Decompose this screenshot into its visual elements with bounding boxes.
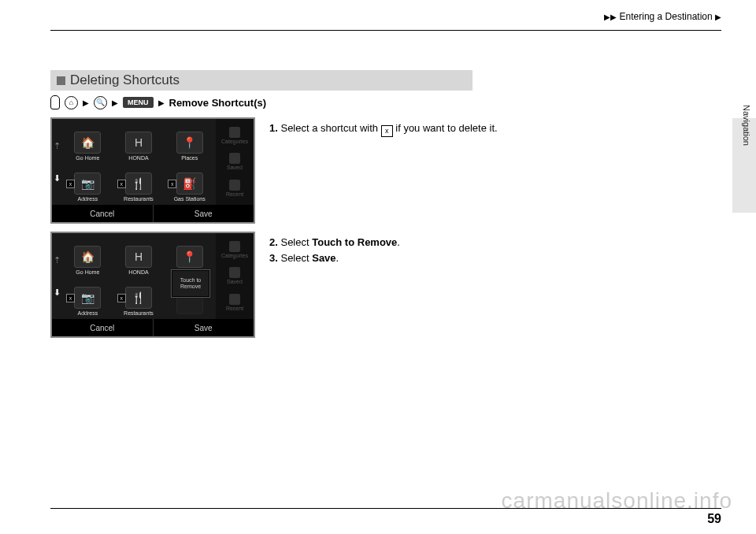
- arrow-icon: ▶: [83, 98, 89, 107]
- side-label: Categories: [221, 253, 248, 258]
- section-title-text: Deleting Shortcuts: [70, 72, 180, 88]
- tile-honda[interactable]: HHONDA: [114, 122, 164, 161]
- shortcut-grid: 🏠Go Home HHONDA 📍Places x📷Address x🍴Rest…: [61, 119, 216, 205]
- side-recent[interactable]: Recent: [226, 294, 243, 311]
- tile-restaurants[interactable]: x🍴Restaurants: [114, 278, 164, 317]
- content-area: Deleting Shortcuts ⌂ ▶ 🔍 ▶ MENU ▶ Remove…: [50, 70, 712, 338]
- side-categories[interactable]: Categories: [221, 127, 248, 144]
- step-text: .: [336, 252, 339, 264]
- screenshot-1: ⇡ ⬇ 🏠Go Home HHONDA 📍Places x📷Address x🍴…: [50, 117, 255, 224]
- tile-places[interactable]: 📍Places: [165, 236, 214, 275]
- step-text: Select: [280, 252, 312, 264]
- side-recent[interactable]: Recent: [226, 180, 243, 197]
- side-menu: Categories Saved Recent: [216, 119, 254, 205]
- up-arrow-icon: ⇡: [54, 141, 61, 151]
- breadcrumb-text: Entering a Destination: [620, 11, 713, 22]
- arrow-icon: ▶: [158, 98, 165, 107]
- tile-label: Places: [181, 155, 198, 161]
- up-arrow-icon: ⇡: [54, 255, 61, 265]
- step-row-2: ⇡ ⬇ 🏠Go Home HHONDA 📍Places x📷Address x🍴…: [50, 232, 712, 338]
- side-menu: Categories Saved Recent: [216, 233, 254, 319]
- instruction-path: ⌂ ▶ 🔍 ▶ MENU ▶ Remove Shortcut(s): [50, 95, 712, 109]
- step-text: if you want to delete it.: [395, 122, 497, 134]
- down-arrow-icon: ⬇: [54, 173, 61, 184]
- search-icon: 🔍: [94, 96, 107, 109]
- cancel-button[interactable]: Cancel: [52, 319, 154, 336]
- tile-address[interactable]: x📷Address: [63, 164, 113, 202]
- tile-go-home[interactable]: 🏠Go Home: [63, 122, 113, 161]
- screenshot-footer: Cancel Save: [52, 319, 254, 336]
- nav-icon: ⌂: [65, 96, 78, 109]
- side-saved[interactable]: Saved: [227, 267, 243, 284]
- step-row-1: ⇡ ⬇ 🏠Go Home HHONDA 📍Places x📷Address x🍴…: [50, 117, 712, 224]
- save-button[interactable]: Save: [154, 319, 254, 336]
- step-bold: Touch to Remove: [312, 236, 397, 248]
- screenshot-2: ⇡ ⬇ 🏠Go Home HHONDA 📍Places x📷Address x🍴…: [50, 232, 255, 338]
- side-label: Recent: [226, 191, 243, 197]
- tile-label: Restaurants: [124, 310, 154, 316]
- header-divider: [50, 30, 721, 31]
- tile-go-home[interactable]: 🏠Go Home: [63, 236, 113, 275]
- page-number: 59: [707, 512, 721, 526]
- scroll-arrows: ⇡ ⬇: [52, 119, 61, 205]
- step-number: 2.: [269, 236, 278, 248]
- tile-places[interactable]: 📍Places: [165, 122, 214, 161]
- tile-address[interactable]: x📷Address: [63, 278, 113, 317]
- touch-to-remove-popup[interactable]: Touch to Remove: [172, 270, 209, 297]
- tile-label: Go Home: [76, 269, 99, 275]
- side-label: Categories: [221, 139, 248, 144]
- step-text: .: [397, 236, 400, 248]
- side-label: Recent: [226, 306, 243, 311]
- step-text: Select a shortcut with: [280, 122, 380, 134]
- tile-label: Go Home: [76, 155, 99, 161]
- step-text: Select: [280, 236, 312, 248]
- step-3: 3. Select Save.: [269, 250, 712, 266]
- header-breadcrumb: ▶▶ Entering a Destination ▶: [604, 11, 721, 22]
- down-arrow-icon: ⬇: [54, 287, 61, 298]
- section-title: Deleting Shortcuts: [50, 70, 472, 91]
- action-label: Remove Shortcut(s): [169, 97, 267, 109]
- screenshot-body: ⇡ ⬇ 🏠Go Home HHONDA 📍Places x📷Address x🍴…: [52, 233, 254, 319]
- breadcrumb-suffix: ▶: [715, 13, 721, 21]
- step-1-text: 1. Select a shortcut with x if you want …: [269, 117, 712, 224]
- step-bold: Save: [312, 252, 335, 264]
- tile-restaurants[interactable]: x🍴Restaurants: [114, 164, 164, 202]
- tile-label: Gas Stations: [174, 196, 206, 202]
- screenshot-footer: Cancel Save: [52, 205, 254, 222]
- side-label: Saved: [227, 279, 243, 284]
- arrow-icon: ▶: [112, 98, 118, 107]
- menu-button-icon: MENU: [123, 97, 154, 108]
- side-label: Saved: [227, 165, 243, 170]
- voice-icon: [50, 95, 60, 109]
- tile-label: Address: [77, 310, 98, 316]
- breadcrumb-prefix: ▶▶: [604, 13, 617, 21]
- scroll-arrows: ⇡ ⬇: [52, 233, 61, 319]
- step-2: 2. Select Touch to Remove.: [269, 235, 712, 250]
- section-bullet-icon: [57, 76, 65, 85]
- tile-label: HONDA: [128, 269, 148, 275]
- screenshot-body: ⇡ ⬇ 🏠Go Home HHONDA 📍Places x📷Address x🍴…: [52, 119, 254, 205]
- tile-label: HONDA: [128, 155, 148, 161]
- side-categories[interactable]: Categories: [221, 241, 248, 258]
- tile-gas[interactable]: x⛽Gas Stations: [165, 164, 214, 202]
- step-number: 3.: [269, 252, 278, 264]
- cancel-button[interactable]: Cancel: [52, 205, 154, 222]
- side-saved[interactable]: Saved: [227, 153, 243, 170]
- tile-honda[interactable]: HHONDA: [114, 236, 164, 275]
- watermark: carmanualsonline.info: [502, 488, 732, 514]
- step-number: 1.: [269, 122, 278, 134]
- x-icon: x: [381, 125, 393, 137]
- side-tab-label: Navigation: [742, 105, 751, 146]
- tile-label: Restaurants: [124, 196, 154, 202]
- step-2-3-text: 2. Select Touch to Remove. 3. Select Sav…: [269, 232, 712, 338]
- tile-label: Address: [77, 196, 98, 202]
- page: ▶▶ Entering a Destination ▶ Navigation D…: [0, 0, 756, 534]
- save-button[interactable]: Save: [154, 205, 254, 222]
